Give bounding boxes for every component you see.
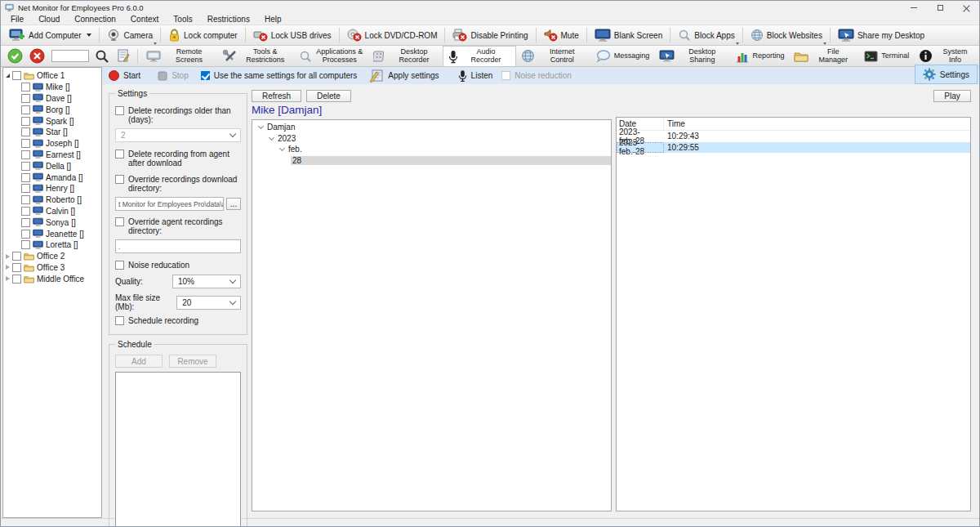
- computer-label[interactable]: Sonya []: [46, 218, 76, 227]
- search-icon[interactable]: [95, 49, 109, 64]
- log-notes-icon[interactable]: [117, 49, 131, 63]
- menu-help[interactable]: Help: [257, 15, 289, 24]
- computer-checkbox[interactable]: [21, 240, 30, 249]
- computer-label[interactable]: Jeanette []: [46, 230, 84, 239]
- tree-computer-henry[interactable]: Henry []: [3, 183, 101, 194]
- menu-connection[interactable]: Connection: [67, 15, 123, 24]
- office2-checkbox[interactable]: [12, 252, 21, 261]
- tree-node-label[interactable]: 2023: [278, 134, 296, 143]
- computer-checkbox[interactable]: [21, 150, 30, 159]
- lock-computer-button[interactable]: Lock computer: [163, 25, 243, 45]
- expander-expanded-icon[interactable]: [269, 135, 274, 141]
- group-label[interactable]: Office 1: [37, 71, 65, 80]
- tree-computer-della[interactable]: Della []: [3, 160, 101, 172]
- tree-computer-earnest[interactable]: Earnest []: [3, 150, 101, 161]
- computer-checkbox[interactable]: [21, 162, 30, 171]
- block-apps-button[interactable]: Block Apps: [672, 25, 740, 45]
- computer-label[interactable]: Borg []: [46, 105, 69, 114]
- tree-computer-spark[interactable]: Spark []: [3, 115, 101, 127]
- tab-audio-recorder[interactable]: Audio Recorder: [443, 46, 515, 66]
- checkbox-icon[interactable]: [115, 150, 124, 159]
- computer-label[interactable]: Della []: [46, 162, 71, 171]
- lock-usb-button[interactable]: Lock USB drives: [247, 25, 337, 45]
- computer-checkbox[interactable]: [21, 117, 30, 126]
- menu-context[interactable]: Context: [123, 15, 166, 24]
- tree-computer-mike[interactable]: Mike []: [3, 82, 101, 93]
- checked-checkbox-icon[interactable]: [201, 71, 210, 80]
- tab-system-info[interactable]: System Info: [914, 46, 979, 66]
- computer-label[interactable]: Spark []: [46, 117, 74, 126]
- computer-label[interactable]: Star []: [46, 127, 68, 136]
- listen-button[interactable]: Listen: [458, 69, 493, 83]
- recording-files-panel[interactable]: Date Time 2023-feb.-28 10:29:43 2023-feb…: [616, 117, 971, 511]
- computer-label[interactable]: Mike []: [46, 83, 69, 92]
- blank-screen-button[interactable]: Blank Screen: [589, 25, 668, 45]
- tab-desktop-recorder[interactable]: Desktop Recorder: [368, 46, 443, 66]
- office3-checkbox[interactable]: [12, 263, 21, 272]
- office1-checkbox[interactable]: [12, 71, 21, 80]
- override-agent-checkbox[interactable]: Override agent recordings directory:: [115, 217, 241, 235]
- computer-tree-panel[interactable]: Office 1 Mike [] Dave [] Borg [] Spark […: [2, 67, 102, 518]
- recording-time[interactable]: 10:29:43: [664, 131, 970, 142]
- tab-reporting[interactable]: Reporting: [731, 46, 789, 66]
- tree-computer-roberto[interactable]: Roberto []: [3, 194, 101, 206]
- computer-checkbox[interactable]: [21, 127, 30, 136]
- menu-cloud[interactable]: Cloud: [31, 15, 67, 24]
- computer-checkbox[interactable]: [21, 184, 30, 193]
- noise-reduction-checkbox[interactable]: Noise reduction: [501, 71, 571, 80]
- menu-file[interactable]: File: [3, 15, 31, 24]
- block-websites-button[interactable]: Block Websites: [745, 25, 828, 45]
- schedule-list[interactable]: [115, 372, 241, 527]
- computer-label[interactable]: Dave []: [46, 94, 72, 103]
- recording-date[interactable]: 2023-feb.-28: [617, 142, 664, 154]
- download-directory-field[interactable]: t Monitor for Employees Pro\data\audio-r…: [115, 197, 224, 211]
- add-computer-button[interactable]: Add Computer: [3, 25, 97, 45]
- expander-collapsed-icon[interactable]: [6, 276, 10, 281]
- settings-button[interactable]: Settings: [915, 65, 978, 84]
- menu-restrictions[interactable]: Restrictions: [200, 15, 257, 24]
- tab-messaging[interactable]: Messaging: [591, 46, 655, 66]
- computer-label[interactable]: Loretta []: [46, 240, 78, 249]
- middle-office-checkbox[interactable]: [12, 275, 21, 284]
- computer-label[interactable]: Calvin []: [46, 207, 75, 216]
- tree-node-label[interactable]: feb.: [288, 145, 302, 154]
- minimize-button[interactable]: [901, 1, 927, 14]
- share-desktop-button[interactable]: Share my Desktop: [832, 25, 930, 45]
- schedule-add-button[interactable]: Add: [115, 355, 163, 368]
- browse-button[interactable]: ...: [226, 198, 241, 210]
- max-file-size-select[interactable]: 20: [176, 296, 241, 310]
- camera-button[interactable]: Camera: [101, 25, 158, 45]
- refresh-button[interactable]: Refresh: [252, 90, 301, 102]
- recordings-tree-month[interactable]: feb.: [252, 144, 611, 155]
- recordings-tree-day[interactable]: 28: [252, 155, 611, 167]
- tree-node-label[interactable]: Damjan: [267, 123, 295, 132]
- time-column-header[interactable]: Time: [664, 118, 970, 130]
- checkbox-icon[interactable]: [115, 261, 124, 270]
- expander-expanded-icon[interactable]: [279, 145, 285, 151]
- computer-checkbox[interactable]: [21, 83, 30, 92]
- tree-computer-amanda[interactable]: Amanda []: [3, 172, 101, 183]
- expander-collapsed-icon[interactable]: [6, 265, 10, 270]
- delete-button[interactable]: Delete: [306, 90, 351, 102]
- quality-select[interactable]: 10%: [172, 275, 241, 288]
- recordings-tree-year[interactable]: 2023: [252, 133, 611, 145]
- noise-reducation-checkbox[interactable]: Noise reducation: [115, 261, 241, 270]
- disconnect-button[interactable]: [29, 48, 45, 64]
- delete-older-select[interactable]: 2: [115, 128, 241, 142]
- delete-after-checkbox[interactable]: Delete recording from agent after downlo…: [115, 150, 241, 167]
- agent-directory-field[interactable]: .: [115, 239, 241, 253]
- tree-group-office2[interactable]: Office 2: [3, 251, 101, 262]
- computer-checkbox[interactable]: [21, 173, 30, 182]
- search-input[interactable]: [51, 50, 89, 62]
- tree-node-label-selected[interactable]: 28: [291, 156, 611, 165]
- same-settings-checkbox[interactable]: Use the same settings for all computers: [201, 71, 358, 80]
- tree-computer-joseph[interactable]: Joseph []: [3, 138, 101, 150]
- tree-group-office1[interactable]: Office 1: [3, 70, 101, 82]
- tab-file-manager[interactable]: File Manager: [789, 46, 859, 66]
- override-download-checkbox[interactable]: Override recordings download directory:: [115, 175, 241, 193]
- tree-group-middle-office[interactable]: Middle Office: [3, 273, 101, 284]
- tree-computer-borg[interactable]: Borg []: [3, 104, 101, 115]
- menu-tools[interactable]: Tools: [166, 15, 199, 24]
- computer-checkbox[interactable]: [21, 139, 30, 148]
- computer-checkbox[interactable]: [21, 105, 30, 114]
